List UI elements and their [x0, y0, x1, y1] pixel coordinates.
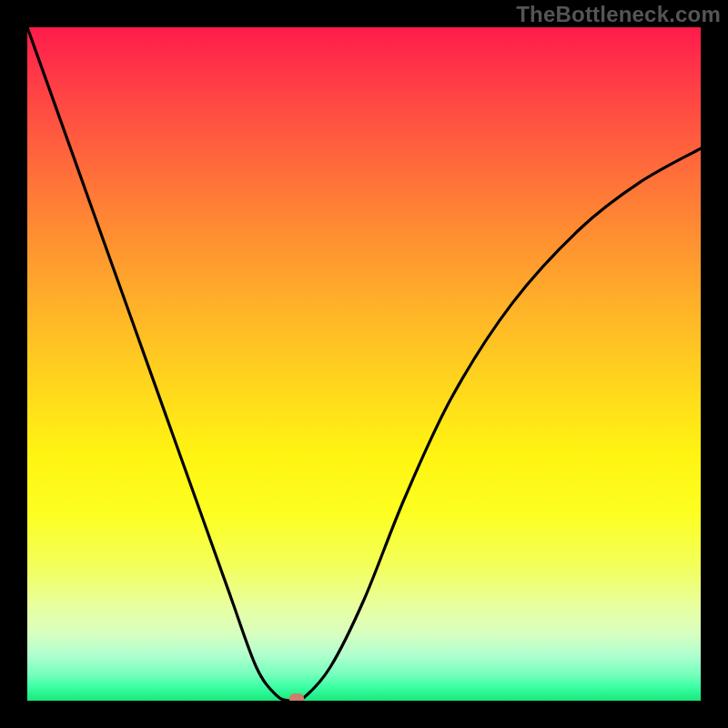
current-config-marker — [289, 693, 304, 701]
bottleneck-curve — [27, 27, 701, 701]
chart-frame — [27, 27, 701, 701]
plot-area — [27, 27, 701, 701]
curve-path — [27, 27, 701, 701]
watermark-text: TheBottleneck.com — [516, 2, 721, 27]
